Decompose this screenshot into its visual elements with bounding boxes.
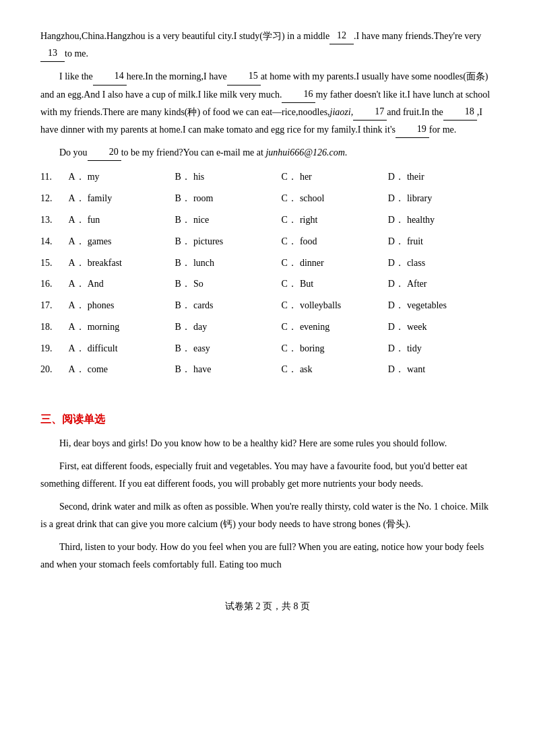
- opt-c: C．right: [282, 209, 388, 231]
- opt-b: B．lunch: [175, 252, 282, 274]
- q-number: 12.: [40, 188, 69, 209]
- table-row: 20. A．come B．have C．ask D．want: [40, 359, 495, 380]
- table-row: 17. A．phones B．cards C．volleyballs D．veg…: [40, 295, 495, 316]
- reading-para2: First, eat different foods, especially f…: [40, 458, 495, 493]
- opt-a: A．games: [69, 231, 175, 252]
- opt-b: B．his: [175, 166, 282, 188]
- opt-d: D．healthy: [388, 209, 495, 231]
- opt-d: D．their: [388, 166, 495, 188]
- opt-c: C．But: [282, 273, 388, 295]
- opt-b: B．pictures: [175, 231, 282, 252]
- reading-para3: Second, drink water and milk as often as…: [40, 498, 495, 533]
- q-number: 17.: [40, 295, 69, 316]
- table-row: 15. A．breakfast B．lunch C．dinner D．class: [40, 252, 495, 274]
- q-number: 18.: [40, 316, 69, 338]
- table-row: 13. A．fun B．nice C．right D．healthy: [40, 209, 495, 231]
- table-row: 12. A．family B．room C．school D．library: [40, 188, 495, 209]
- page-footer: 试卷第 2 页，共 8 页: [40, 600, 495, 613]
- opt-a: A．breakfast: [69, 252, 175, 274]
- table-row: 11. A．my B．his C．her D．their: [40, 166, 495, 188]
- opt-d: D．class: [388, 252, 495, 274]
- q-number: 14.: [40, 231, 69, 252]
- reading-para1: Hi, dear boys and girls! Do you know how…: [40, 435, 495, 452]
- opt-b: B．easy: [175, 338, 282, 359]
- opt-d: D．tidy: [388, 338, 495, 359]
- reading-para4: Third, listen to your body. How do you f…: [40, 539, 495, 574]
- opt-c: C．boring: [282, 338, 388, 359]
- q-number: 19.: [40, 338, 69, 359]
- opt-d: D．After: [388, 273, 495, 295]
- opt-b: B．nice: [175, 209, 282, 231]
- table-row: 19. A．difficult B．easy C．boring D．tidy: [40, 338, 495, 359]
- section3-title: 三、阅读单选: [40, 413, 495, 427]
- opt-a: A．phones: [69, 295, 175, 316]
- opt-c: C．dinner: [282, 252, 388, 274]
- q-number: 11.: [40, 166, 69, 188]
- opt-a: A．my: [69, 166, 175, 188]
- opt-c: C．her: [282, 166, 388, 188]
- opt-b: B．room: [175, 188, 282, 209]
- opt-a: A．And: [69, 273, 175, 295]
- table-row: 16. A．And B．So C．But D．After: [40, 273, 495, 295]
- passage-intro: Hangzhou,China.Hangzhou is a very beauti…: [40, 27, 495, 161]
- q-number: 20.: [40, 359, 69, 380]
- opt-b: B．have: [175, 359, 282, 380]
- opt-b: B．So: [175, 273, 282, 295]
- opt-c: C．ask: [282, 359, 388, 380]
- opt-c: C．evening: [282, 316, 388, 338]
- opt-d: D．library: [388, 188, 495, 209]
- opt-c: C．food: [282, 231, 388, 252]
- opt-b: B．cards: [175, 295, 282, 316]
- opt-d: D．vegetables: [388, 295, 495, 316]
- q-number: 16.: [40, 273, 69, 295]
- opt-a: A．family: [69, 188, 175, 209]
- multiple-choice-table: 11. A．my B．his C．her D．their 12. A．famil…: [40, 166, 495, 380]
- intro-line1: Hangzhou,China.Hangzhou is a very beauti…: [40, 27, 495, 62]
- opt-b: B．day: [175, 316, 282, 338]
- opt-a: A．difficult: [69, 338, 175, 359]
- opt-a: A．morning: [69, 316, 175, 338]
- table-row: 14. A．games B．pictures C．food D．fruit: [40, 231, 495, 252]
- opt-c: C．volleyballs: [282, 295, 388, 316]
- intro-line2: I like the14here.In the morning,I have15…: [40, 67, 495, 138]
- opt-a: A．fun: [69, 209, 175, 231]
- q-number: 13.: [40, 209, 69, 231]
- opt-d: D．fruit: [388, 231, 495, 252]
- opt-d: D．week: [388, 316, 495, 338]
- table-row: 18. A．morning B．day C．evening D．week: [40, 316, 495, 338]
- intro-line3: Do you20to be my friend?You can e-mail m…: [40, 143, 495, 161]
- q-number: 15.: [40, 252, 69, 274]
- opt-c: C．school: [282, 188, 388, 209]
- opt-d: D．want: [388, 359, 495, 380]
- opt-a: A．come: [69, 359, 175, 380]
